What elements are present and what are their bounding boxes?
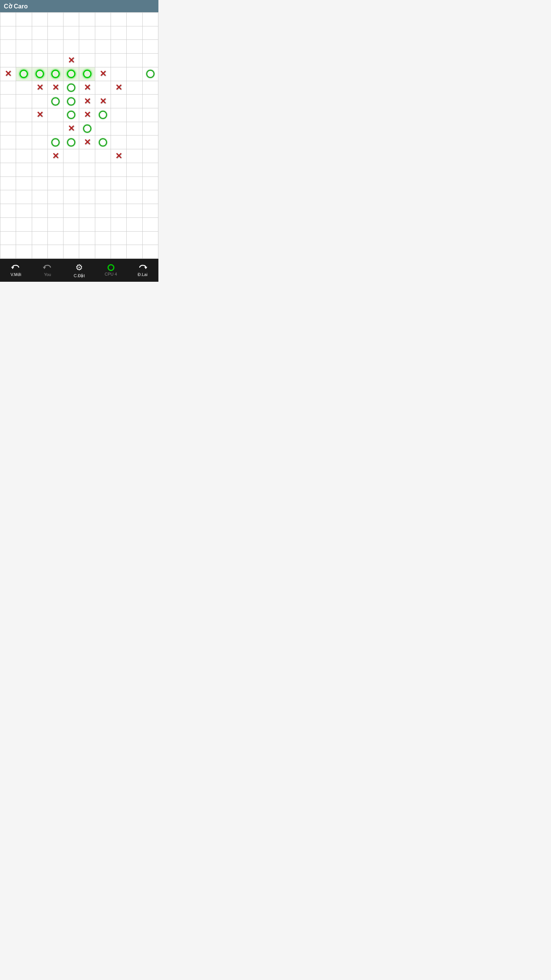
cell[interactable]: [32, 232, 48, 245]
cell[interactable]: [95, 218, 111, 232]
cell[interactable]: [48, 204, 64, 218]
cell[interactable]: [143, 245, 158, 259]
cell[interactable]: [95, 190, 111, 204]
cell[interactable]: [111, 26, 127, 40]
cell[interactable]: [127, 54, 142, 67]
cell[interactable]: [48, 245, 64, 259]
cell[interactable]: [111, 40, 127, 54]
cell[interactable]: [127, 163, 142, 177]
cell[interactable]: [111, 232, 127, 245]
cell[interactable]: [127, 177, 142, 191]
new-game-button[interactable]: V.Mới: [4, 264, 27, 277]
cell[interactable]: [0, 13, 16, 26]
cell[interactable]: [0, 95, 16, 108]
settings-button[interactable]: ⚙ C.Đặt: [68, 263, 91, 278]
cell[interactable]: [111, 163, 127, 177]
cell[interactable]: [16, 218, 32, 232]
cell[interactable]: [16, 149, 32, 163]
cell[interactable]: [127, 108, 142, 122]
cell[interactable]: [16, 26, 32, 40]
cell[interactable]: [64, 26, 79, 40]
cell[interactable]: [64, 218, 79, 232]
cell[interactable]: [32, 13, 48, 26]
cell[interactable]: [143, 136, 158, 149]
cell[interactable]: ✕: [48, 149, 64, 163]
cell[interactable]: [95, 13, 111, 26]
cell[interactable]: [16, 40, 32, 54]
cell[interactable]: [95, 26, 111, 40]
cell[interactable]: [127, 136, 142, 149]
cell[interactable]: [111, 95, 127, 108]
cell[interactable]: [0, 108, 16, 122]
cell[interactable]: [95, 81, 111, 95]
cell[interactable]: [79, 190, 95, 204]
cell[interactable]: [0, 232, 16, 245]
cell[interactable]: [64, 232, 79, 245]
cell[interactable]: [0, 122, 16, 136]
cell[interactable]: ✕: [79, 81, 95, 95]
cell[interactable]: [0, 81, 16, 95]
cell[interactable]: [127, 122, 142, 136]
cell[interactable]: [16, 136, 32, 149]
cell[interactable]: [111, 67, 127, 81]
cell[interactable]: [64, 136, 79, 149]
cell[interactable]: [95, 177, 111, 191]
cell[interactable]: [0, 190, 16, 204]
cell[interactable]: [127, 95, 142, 108]
cell[interactable]: [95, 245, 111, 259]
cell[interactable]: [111, 204, 127, 218]
cell[interactable]: [32, 177, 48, 191]
cell[interactable]: [32, 218, 48, 232]
cell[interactable]: [127, 190, 142, 204]
cell[interactable]: [0, 136, 16, 149]
cell[interactable]: [64, 95, 79, 108]
cell[interactable]: [143, 40, 158, 54]
cell[interactable]: [0, 245, 16, 259]
cell[interactable]: [111, 177, 127, 191]
cell[interactable]: [32, 40, 48, 54]
cell[interactable]: [64, 108, 79, 122]
cell[interactable]: [64, 13, 79, 26]
game-board[interactable]: ✕✕✕✕✕✕✕✕✕✕✕✕✕✕✕: [0, 12, 158, 259]
cell[interactable]: [0, 54, 16, 67]
cell[interactable]: [16, 190, 32, 204]
cell[interactable]: [127, 245, 142, 259]
cell[interactable]: [16, 81, 32, 95]
cell[interactable]: [64, 245, 79, 259]
cell[interactable]: [32, 136, 48, 149]
cell[interactable]: [0, 26, 16, 40]
cell[interactable]: [111, 122, 127, 136]
cell[interactable]: [16, 177, 32, 191]
cell[interactable]: [79, 67, 95, 81]
cell[interactable]: [64, 163, 79, 177]
cell[interactable]: [95, 204, 111, 218]
board-container[interactable]: ✕✕✕✕✕✕✕✕✕✕✕✕✕✕✕: [0, 12, 158, 259]
cell[interactable]: ✕: [111, 149, 127, 163]
cell[interactable]: [127, 26, 142, 40]
cell[interactable]: [32, 163, 48, 177]
cell[interactable]: [143, 95, 158, 108]
cell[interactable]: [79, 26, 95, 40]
cell[interactable]: [48, 163, 64, 177]
cell[interactable]: [143, 163, 158, 177]
cell[interactable]: [143, 149, 158, 163]
cell[interactable]: [32, 54, 48, 67]
cell[interactable]: [64, 149, 79, 163]
cell[interactable]: [95, 40, 111, 54]
cell[interactable]: [64, 67, 79, 81]
cell[interactable]: [79, 218, 95, 232]
cell[interactable]: [32, 122, 48, 136]
cell[interactable]: [0, 149, 16, 163]
cell[interactable]: [32, 245, 48, 259]
cell[interactable]: [143, 67, 158, 81]
cell[interactable]: [0, 204, 16, 218]
cell[interactable]: [16, 95, 32, 108]
cell[interactable]: [143, 13, 158, 26]
cell[interactable]: [64, 40, 79, 54]
cell[interactable]: [143, 108, 158, 122]
cell[interactable]: [79, 122, 95, 136]
cell[interactable]: ✕: [48, 81, 64, 95]
cell[interactable]: [0, 40, 16, 54]
cell[interactable]: [48, 54, 64, 67]
cell[interactable]: [127, 218, 142, 232]
